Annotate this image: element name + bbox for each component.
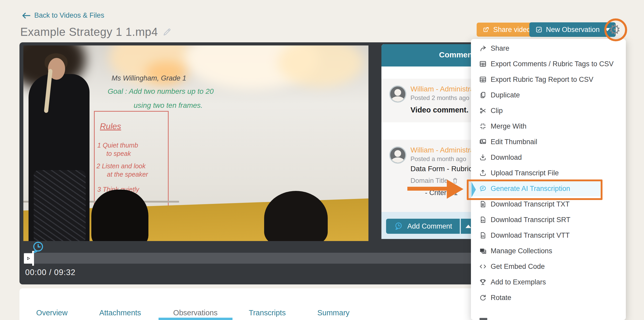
menu-item-partial [479, 318, 487, 320]
annotation-highlight-box [467, 179, 602, 200]
scene-teacher-pants [34, 170, 86, 241]
rotate-icon [479, 294, 487, 302]
comment-domain-title: Domain Title [410, 177, 448, 185]
scene-student-head [91, 190, 148, 241]
share-video-label: Share video [493, 26, 531, 34]
upload-icon [479, 169, 487, 177]
new-observation-button[interactable]: New Observation [529, 22, 616, 37]
menu-item-label: Clip [491, 107, 503, 115]
checkbox-icon [535, 26, 543, 34]
copy-icon [479, 91, 487, 99]
board-goal-2: using two ten frames. [134, 101, 203, 110]
merge-icon [479, 122, 487, 130]
menu-item-label: Download Transcript VTT [491, 231, 570, 239]
menu-item-edit-thumbnail[interactable]: Edit Thumbnail [471, 134, 626, 150]
menu-item-add-to-exemplars[interactable]: Add to Exemplars [471, 274, 626, 290]
annotation-arrow [407, 187, 448, 191]
menu-item-download-transcript-srt[interactable]: Download Transcript SRT [471, 212, 626, 228]
table-icon [479, 60, 487, 68]
add-comment-button[interactable]: Add Comment [386, 219, 460, 234]
board-rule-2: 2 Listen and look [97, 162, 146, 171]
menu-item-get-embed-code[interactable]: Get Embed Code [471, 259, 626, 274]
menu-item-rotate[interactable]: Rotate [471, 290, 626, 305]
share-video-icon [482, 26, 490, 34]
menu-item-manage-collections[interactable]: Manage Collections [471, 243, 626, 259]
menu-item-clip[interactable]: Clip [471, 103, 626, 118]
menu-item-label: Export Comments / Rubric Tags to CSV [491, 60, 614, 68]
tab-overview[interactable]: Overview [36, 309, 68, 317]
menu-item-label: Share [491, 44, 509, 52]
page: Back to Videos & Files Example Strategy … [0, 0, 644, 320]
add-comment-label: Add Comment [407, 222, 452, 230]
tab-observations[interactable]: Observations [173, 309, 218, 317]
menu-item-label: Add to Exemplars [491, 278, 546, 286]
file-code-icon [479, 216, 487, 224]
menu-item-label: Edit Thumbnail [491, 138, 537, 146]
download-icon [479, 153, 487, 162]
file-text-icon [479, 200, 487, 208]
edit-title-pencil-icon[interactable] [162, 27, 172, 37]
trophy-icon [479, 278, 487, 286]
back-link-label: Back to Videos & Files [34, 11, 104, 19]
board-line-1: Ms Willingham, Grade 1 [112, 74, 186, 83]
menu-item-label: Get Embed Code [491, 263, 545, 271]
page-title: Example Strategy 1 1.mp4 [20, 25, 158, 38]
back-arrow-icon [22, 12, 31, 19]
menu-item-label: Download Transcript TXT [491, 200, 570, 208]
menu-item-export-comments-rubric-tags-to-csv[interactable]: Export Comments / Rubric Tags to CSV [471, 56, 626, 72]
code-icon [479, 262, 487, 271]
tab-transcripts[interactable]: Transcripts [249, 309, 286, 317]
menu-item-download[interactable]: Download [471, 150, 626, 165]
menu-item-download-transcript-vtt[interactable]: Download Transcript VTT [471, 228, 626, 243]
video-frame[interactable]: Ms Willingham, Grade 1 Goal : Add two nu… [23, 45, 368, 241]
menu-item-label: Merge With [491, 122, 526, 130]
table-icon [479, 75, 487, 84]
comment-marker-icon[interactable] [31, 240, 45, 255]
comment-bubble-clock-icon [394, 222, 403, 231]
back-link[interactable]: Back to Videos & Files [22, 11, 104, 19]
menu-item-upload-transcript-file[interactable]: Upload Transcript File [471, 165, 626, 181]
menu-item-merge-with[interactable]: Merge With [471, 118, 626, 134]
play-icon [25, 256, 31, 261]
share-icon [479, 44, 487, 52]
board-rule-2b: at the speaker [107, 170, 148, 179]
board-goal-1: Goal : Add two numbers up to 20 [108, 86, 214, 96]
menu-item-duplicate[interactable]: Duplicate [471, 87, 626, 103]
avatar [389, 146, 406, 164]
file-code-icon [479, 231, 487, 239]
annotation-arrow-head [447, 179, 463, 199]
board-rule-1b: to speak [106, 149, 131, 158]
board-rules-title: Rules [100, 121, 121, 132]
menu-item-share[interactable]: Share [471, 41, 626, 56]
tab-summary[interactable]: Summary [317, 309, 350, 317]
share-video-button[interactable]: Share video [477, 23, 536, 37]
scene-student-head [264, 191, 328, 241]
menu-item-label: Download [491, 154, 522, 162]
menu-item-label: Download Transcript SRT [491, 216, 570, 224]
chevron-up-icon [465, 225, 471, 228]
new-observation-label: New Observation [546, 26, 600, 34]
avatar [389, 85, 406, 103]
collections-icon [479, 247, 487, 255]
menu-item-label: Export Rubric Tag Report to CSV [491, 76, 593, 84]
menu-item-label: Rotate [491, 294, 511, 302]
image-icon [479, 138, 487, 146]
annotation-gear-circle [604, 18, 627, 41]
menu-item-export-rubric-tag-report-to-csv[interactable]: Export Rubric Tag Report to CSV [471, 72, 626, 87]
menu-item-label: Duplicate [491, 91, 520, 99]
time-display: 00:00 / 09:32 [25, 268, 76, 277]
menu-item-label: Manage Collections [491, 247, 552, 255]
scissors-icon [479, 106, 487, 115]
menu-item-label: Upload Transcript File [491, 169, 559, 177]
active-tab-underline [159, 318, 232, 320]
tab-attachments[interactable]: Attachments [99, 309, 141, 317]
board-rule-1: 1 Quiet thumb [97, 141, 138, 150]
